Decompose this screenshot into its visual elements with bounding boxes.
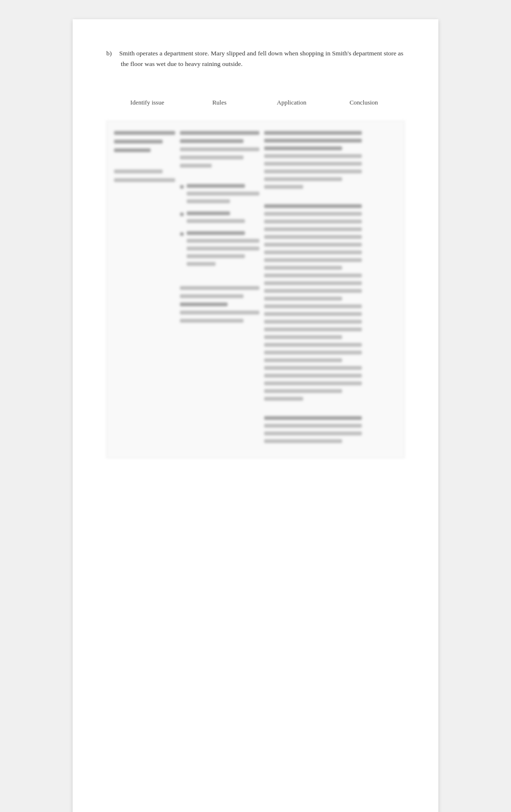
rules-line-3 — [180, 147, 259, 151]
app-line-37 — [264, 432, 362, 435]
identify-line-2 — [114, 140, 163, 144]
rules-line-4 — [180, 156, 243, 159]
app-line-28 — [264, 351, 362, 354]
irac-content-area — [106, 121, 405, 458]
irac-conclusion-label: Conclusion — [328, 99, 400, 106]
rules-line-9 — [180, 311, 259, 314]
app-line-4 — [264, 154, 362, 158]
rules-line-7 — [180, 294, 243, 298]
app-line-11 — [264, 220, 362, 223]
rules-line-10 — [180, 319, 243, 323]
app-line-34 — [264, 397, 303, 401]
identify-column — [114, 131, 175, 448]
rules-column — [180, 131, 259, 448]
irac-rules-label: Rules — [183, 99, 256, 106]
app-line-29 — [264, 358, 342, 362]
rules-line-8 — [180, 302, 228, 306]
rules-bullet-1 — [180, 184, 259, 205]
app-line-22 — [264, 304, 362, 308]
app-line-33 — [264, 389, 342, 393]
app-line-17 — [264, 266, 342, 270]
identify-line-3 — [114, 148, 151, 152]
app-line-20 — [264, 289, 362, 293]
rules-bullet-3 — [180, 231, 259, 268]
rules-bullet-lines-1 — [187, 184, 259, 205]
app-line-35 — [264, 416, 362, 420]
rules-bullet-dot-2 — [180, 212, 184, 216]
irac-header: Identify issue Rules Application Conclus… — [106, 99, 405, 106]
rules-bullet-lines-3 — [187, 231, 259, 268]
app-line-19 — [264, 281, 362, 285]
app-line-15 — [264, 250, 362, 254]
app-line-1 — [264, 131, 362, 135]
app-line-3 — [264, 146, 342, 150]
app-line-5 — [264, 162, 362, 166]
app-line-18 — [264, 274, 362, 277]
app-line-12 — [264, 227, 362, 231]
app-line-10 — [264, 212, 362, 216]
rules-line-1 — [180, 131, 259, 135]
app-line-8 — [264, 185, 303, 189]
app-line-2 — [264, 139, 362, 143]
app-line-30 — [264, 366, 362, 370]
rules-bullet-dot-1 — [180, 185, 184, 189]
rules-line-5 — [180, 164, 212, 168]
app-line-13 — [264, 235, 362, 239]
rules-bullet-dot-3 — [180, 232, 184, 236]
app-line-26 — [264, 335, 342, 339]
app-line-27 — [264, 343, 362, 347]
question-label: b) — [106, 48, 112, 59]
app-line-21 — [264, 297, 342, 301]
rules-bullet-lines-2 — [187, 211, 259, 225]
app-line-16 — [264, 258, 362, 262]
rules-line-2 — [180, 139, 243, 143]
identify-line-1 — [114, 131, 175, 135]
rules-bullet-2 — [180, 211, 259, 225]
conclusion-column — [367, 131, 397, 448]
page: b) Smith operates a department store. Ma… — [73, 19, 438, 812]
question-text: Smith operates a department store. Mary … — [119, 50, 404, 67]
app-line-23 — [264, 312, 362, 316]
app-line-6 — [264, 170, 362, 173]
app-line-9 — [264, 204, 362, 208]
question-block: b) Smith operates a department store. Ma… — [106, 48, 405, 70]
app-line-32 — [264, 381, 362, 385]
application-column — [264, 131, 362, 448]
app-line-14 — [264, 243, 362, 247]
app-line-25 — [264, 327, 362, 331]
irac-identify-label: Identify issue — [111, 99, 183, 106]
app-line-38 — [264, 439, 342, 443]
rules-line-6 — [180, 286, 259, 290]
irac-application-label: Application — [256, 99, 328, 106]
app-line-36 — [264, 424, 362, 428]
identify-line-4 — [114, 170, 163, 173]
identify-line-5 — [114, 178, 175, 182]
app-line-24 — [264, 320, 362, 324]
app-line-7 — [264, 177, 342, 181]
app-line-31 — [264, 374, 362, 378]
